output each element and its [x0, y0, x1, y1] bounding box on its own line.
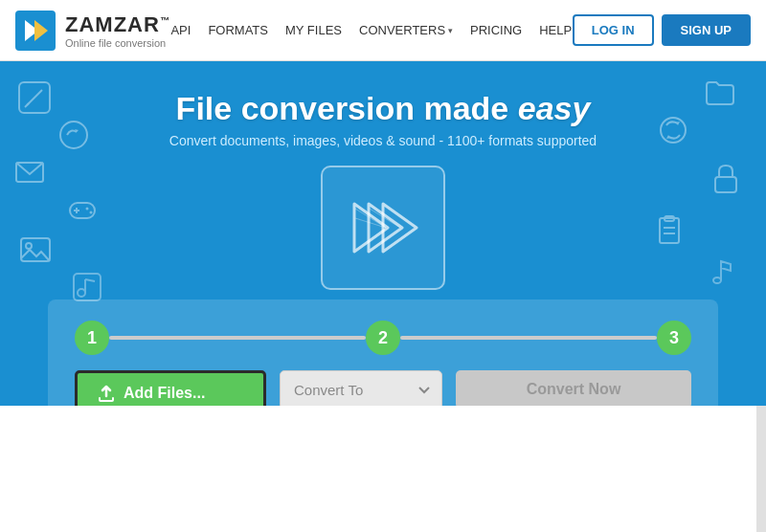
- logo-area: ZAMZAR™ Online file conversion: [15, 11, 170, 51]
- step-3-col: Convert Now (And agree to our Terms) ✉ E…: [456, 370, 691, 406]
- logo-subtitle: Online file conversion: [65, 37, 170, 49]
- step-line-2: [400, 336, 657, 340]
- svg-rect-16: [74, 274, 101, 300]
- svg-point-13: [90, 211, 93, 214]
- hero-subtitle: Convert documents, images, videos & soun…: [169, 133, 597, 148]
- bg-icon-music: [72, 272, 102, 302]
- controls-row: Add Files... Drag & drop files, or selec…: [75, 370, 691, 406]
- bg-icon-refresh: [657, 114, 689, 146]
- play-arrows-sketch: [340, 189, 426, 266]
- svg-line-5: [25, 103, 29, 107]
- svg-rect-14: [21, 238, 50, 261]
- bg-icon-clipboard: [654, 214, 685, 245]
- bg-icon-pencil: [17, 80, 52, 115]
- logo-text: ZAMZAR™ Online file conversion: [65, 12, 170, 49]
- nav-api[interactable]: API: [170, 23, 191, 37]
- step-3-circle: 3: [657, 321, 691, 355]
- step-2-circle: 2: [366, 321, 400, 355]
- chevron-down-icon: ▾: [448, 26, 453, 35]
- svg-point-15: [26, 243, 32, 249]
- login-button[interactable]: LOG IN: [573, 14, 654, 46]
- svg-point-17: [78, 289, 85, 297]
- svg-line-4: [27, 90, 42, 105]
- bg-icon-image: [19, 233, 52, 266]
- signup-button[interactable]: SIGN UP: [662, 14, 751, 46]
- convert-to-select[interactable]: Convert To: [280, 370, 442, 406]
- hero-graphic: [321, 166, 445, 290]
- main-nav: API FORMATS MY FILES CONVERTERS ▾ PRICIN…: [170, 23, 572, 37]
- step-1-col: Add Files... Drag & drop files, or selec…: [75, 370, 266, 406]
- svg-point-6: [60, 122, 87, 148]
- header: ZAMZAR™ Online file conversion API FORMA…: [0, 0, 766, 61]
- nav-formats[interactable]: FORMATS: [208, 23, 268, 37]
- svg-point-12: [86, 208, 89, 211]
- step-1-circle: 1: [75, 321, 109, 355]
- svg-rect-3: [19, 82, 50, 113]
- steps-row: 1 2 3: [75, 321, 691, 355]
- svg-marker-22: [666, 135, 670, 139]
- sketch-box: [321, 166, 445, 290]
- svg-marker-21: [676, 122, 680, 125]
- bg-icon-circle-arrow: [57, 119, 90, 151]
- step-line-1: [109, 336, 366, 340]
- svg-rect-9: [70, 203, 95, 218]
- add-files-button[interactable]: Add Files...: [75, 370, 266, 406]
- bg-icon-lock: [710, 162, 742, 194]
- svg-point-20: [661, 118, 686, 143]
- nav-pricing[interactable]: PRICING: [470, 23, 522, 37]
- header-auth-buttons: LOG IN SIGN UP: [573, 14, 751, 46]
- svg-rect-24: [660, 218, 679, 243]
- hero-title: File conversion made easy: [176, 90, 591, 127]
- converter-box: 1 2 3 Add Files... Drag & drop files, or…: [48, 299, 718, 406]
- svg-rect-8: [16, 163, 43, 182]
- bg-icon-gamepad: [67, 195, 98, 226]
- upload-icon: [97, 384, 116, 403]
- logo-name: ZAMZAR™: [65, 12, 170, 37]
- step-2-col: Convert To: [280, 370, 442, 406]
- zamzar-logo-icon: [15, 11, 56, 51]
- svg-marker-7: [75, 129, 79, 132]
- bg-icon-envelope: [14, 157, 45, 188]
- convert-now-button[interactable]: Convert Now: [456, 370, 691, 406]
- svg-rect-25: [665, 216, 674, 221]
- hero-section: File conversion made easy Convert docume…: [0, 61, 766, 406]
- nav-my-files[interactable]: MY FILES: [285, 23, 342, 37]
- svg-point-28: [713, 277, 721, 283]
- bg-icon-folder: [703, 76, 737, 110]
- bg-icon-music-note: [705, 257, 737, 290]
- svg-line-19: [85, 279, 95, 281]
- svg-rect-23: [715, 177, 736, 192]
- nav-converters[interactable]: CONVERTERS ▾: [359, 23, 453, 37]
- nav-help[interactable]: HELP: [539, 23, 572, 37]
